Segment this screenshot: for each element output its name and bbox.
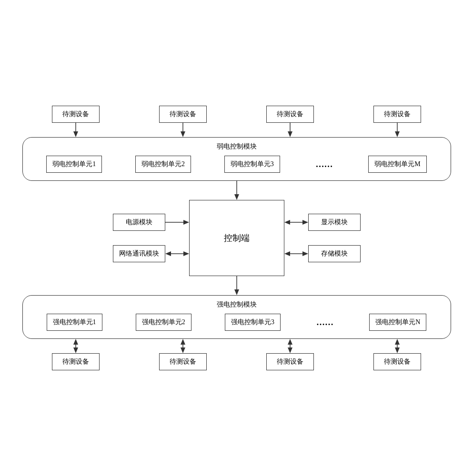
strong-arrow-svg-1 [72,339,80,353]
svg-marker-28 [181,347,185,353]
svg-marker-19 [284,251,290,256]
svg-marker-25 [73,347,78,353]
top-device-col-4: 待测设备 [344,106,451,123]
weak-unit-3: 弱电控制单元3 [224,156,280,173]
storage-module: 存储模块 [308,245,361,262]
svg-marker-31 [288,347,292,353]
display-row: 显示模块 [284,214,361,231]
top-device-col-2: 待测设备 [130,106,237,123]
strong-unit-1: 强电控制单元1 [47,314,102,331]
svg-marker-7 [395,131,400,137]
top-device-4: 待测设备 [373,106,421,123]
bottom-device-3: 待测设备 [266,353,314,370]
strong-arrow-svg-3 [286,339,294,353]
top-arrows [22,123,451,137]
svg-marker-17 [302,220,308,225]
strong-module-container: 强电控制模块 强电控制单元1 强电控制单元2 强电控制单元3 …… 强电控制单元… [22,295,451,339]
top-devices-row: 待测设备 待测设备 待测设备 待测设备 [22,106,451,123]
weak-module-label: 弱电控制模块 [32,142,441,151]
weak-module-container: 弱电控制模块 弱电控制单元1 弱电控制单元2 弱电控制单元3 …… 弱电控制单元… [22,137,451,181]
strong-unit-2: 强电控制单元2 [136,314,191,331]
power-row: 电源模块 [113,214,189,231]
svg-marker-34 [395,347,400,353]
control-end: 控制端 [189,200,284,276]
bottom-devices-row: 待测设备 待测设备 待测设备 待测设备 [22,353,451,370]
display-module: 显示模块 [308,214,361,231]
bottom-device-1: 待测设备 [52,353,100,370]
top-device-1: 待测设备 [52,106,100,123]
diagram: 待测设备 待测设备 待测设备 待测设备 弱电控制模块 弱电控制单元1 [18,96,456,380]
strong-arrow-svg-2 [179,339,187,353]
network-module: 网络通讯模块 [113,245,165,262]
bottom-device-4: 待测设备 [373,353,421,370]
strong-dots: …… [314,317,336,327]
weak-units-row: 弱电控制单元1 弱电控制单元2 弱电控制单元3 …… 弱电控制单元M [32,156,441,173]
svg-marker-13 [165,251,171,256]
top-device-3: 待测设备 [266,106,314,123]
bottom-device-col-4: 待测设备 [344,353,451,370]
storage-arrow [284,250,308,258]
bottom-device-col-2: 待测设备 [130,353,237,370]
arrow-svg-3 [286,123,294,137]
svg-marker-14 [183,251,189,256]
strong-bottom-arrows [22,339,451,353]
svg-marker-5 [288,131,292,137]
strong-module-label: 强电控制模块 [32,300,441,309]
strong-units-row: 强电控制单元1 强电控制单元2 强电控制单元3 …… 强电控制单元N [32,314,441,331]
middle-section: 电源模块 网络通讯模块 控制端 [22,200,451,276]
bottom-device-2: 待测设备 [159,353,207,370]
svg-marker-20 [302,251,308,256]
svg-marker-3 [181,131,185,137]
svg-marker-11 [183,220,189,225]
weak-unit-2: 弱电控制单元2 [135,156,191,173]
arrow-svg-4 [393,123,401,137]
network-row: 网络通讯模块 [113,245,189,262]
strong-unit-n: 强电控制单元N [369,314,426,331]
network-arrow [165,250,189,258]
control-to-strong-arrow [233,276,241,295]
weak-unit-1: 弱电控制单元1 [46,156,102,173]
bottom-device-col-1: 待测设备 [22,353,130,370]
top-device-2: 待测设备 [159,106,207,123]
arrow-svg-2 [179,123,187,137]
strong-unit-3: 强电控制单元3 [225,314,281,331]
weak-unit-m: 弱电控制单元M [368,156,426,173]
power-arrow [165,218,189,226]
svg-marker-9 [234,194,239,200]
bottom-device-col-3: 待测设备 [237,353,344,370]
top-device-col-3: 待测设备 [237,106,344,123]
svg-marker-1 [73,131,78,137]
power-module: 电源模块 [113,214,165,231]
svg-marker-22 [234,289,239,295]
top-device-col-1: 待测设备 [22,106,130,123]
weak-dots: …… [313,159,335,169]
svg-marker-16 [284,220,290,225]
storage-row: 存储模块 [284,245,361,262]
strong-arrow-svg-4 [393,339,401,353]
arrow-svg-1 [72,123,80,137]
display-arrow [284,218,308,226]
weak-to-control-arrow [233,181,241,200]
